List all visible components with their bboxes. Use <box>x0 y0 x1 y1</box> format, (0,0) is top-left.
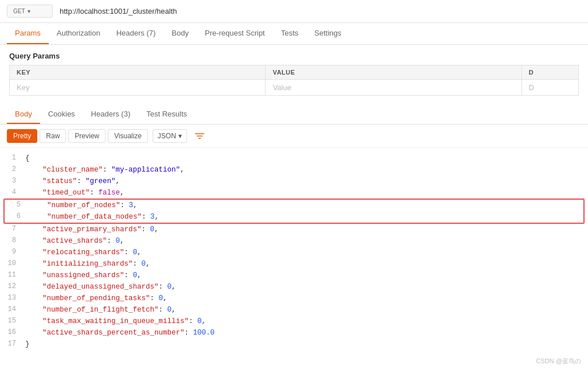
line-num-12: 12 <box>5 281 25 292</box>
json-line-1: 1 { <box>0 153 588 164</box>
json-content-4: "timed_out": false, <box>25 187 583 199</box>
json-line-5: 5 "number_of_nodes": 3, <box>5 200 583 211</box>
format-visualize[interactable]: Visualize <box>108 129 148 143</box>
tab-tests[interactable]: Tests <box>273 23 306 44</box>
d-cell: D <box>521 80 578 96</box>
line-num-5: 5 <box>9 200 30 211</box>
json-content-15: "task_max_waiting_in_queue_millis": 0, <box>25 316 583 327</box>
tab-settings[interactable]: Settings <box>306 23 349 44</box>
tab-pre-request[interactable]: Pre-request Script <box>197 23 273 44</box>
json-line-9: 9 "relocating_shards": 0, <box>0 247 588 258</box>
line-num-17: 17 <box>5 339 25 349</box>
tab-headers[interactable]: Headers (7) <box>108 23 164 44</box>
json-line-11: 11 "unassigned_shards": 0, <box>0 270 588 281</box>
method-arrow: ▾ <box>28 8 30 14</box>
line-num-15: 15 <box>5 316 25 327</box>
key-cell[interactable]: Key <box>10 80 266 96</box>
json-content-17: } <box>25 339 583 350</box>
method-select[interactable]: GET ▾ <box>7 5 53 18</box>
json-line-2: 2 "cluster_name": "my-application", <box>0 164 588 176</box>
line-num-8: 8 <box>5 235 25 246</box>
url-bar: GET ▾ <box>0 0 588 23</box>
json-content-14: "number_of_in_flight_fetch": 0, <box>25 304 583 316</box>
line-num-2: 2 <box>5 164 25 175</box>
json-line-17: 17 } <box>0 339 588 350</box>
json-line-10: 10 "initializing_shards": 0, <box>0 258 588 270</box>
response-tabs-bar: Body Cookies Headers (3) Test Results <box>0 105 588 125</box>
tab-params[interactable]: Params <box>7 23 49 44</box>
line-num-16: 16 <box>5 327 25 338</box>
highlighted-block: 5 "number_of_nodes": 3, 6 "number_of_dat… <box>3 199 585 224</box>
params-section: Query Params KEY VALUE D Key Value D <box>0 45 588 96</box>
params-table: KEY VALUE D Key Value D <box>9 65 579 96</box>
table-row: Key Value D <box>10 80 579 96</box>
format-raw[interactable]: Raw <box>40 129 66 143</box>
json-content-6: "number_of_data_nodes": 3, <box>30 211 579 223</box>
request-tabs-bar: Params Authorization Headers (7) Body Pr… <box>0 23 588 45</box>
json-content-12: "delayed_unassigned_shards": 0, <box>25 281 583 293</box>
json-content-9: "relocating_shards": 0, <box>25 247 583 258</box>
json-content-5: "number_of_nodes": 3, <box>30 200 579 211</box>
line-num-3: 3 <box>5 176 25 186</box>
json-line-3: 3 "status": "green", <box>0 176 588 187</box>
json-content-2: "cluster_name": "my-application", <box>25 164 583 176</box>
response-tab-test-results[interactable]: Test Results <box>138 105 195 124</box>
tab-body[interactable]: Body <box>163 23 197 44</box>
json-line-7: 7 "active_primary_shards": 0, <box>0 224 588 235</box>
format-preview[interactable]: Preview <box>68 129 106 143</box>
tab-authorization[interactable]: Authorization <box>49 23 108 44</box>
json-format-selector[interactable]: JSON ▾ <box>153 129 187 143</box>
json-content-1: { <box>25 153 583 164</box>
json-line-12: 12 "delayed_unassigned_shards": 0, <box>0 281 588 293</box>
format-bar: Pretty Raw Preview Visualize JSON ▾ <box>0 125 588 148</box>
col-header-key: KEY <box>10 65 266 80</box>
json-line-6: 6 "number_of_data_nodes": 3, <box>5 211 583 223</box>
line-num-1: 1 <box>5 153 25 164</box>
json-content-10: "initializing_shards": 0, <box>25 258 583 270</box>
filter-icon[interactable] <box>194 131 205 141</box>
col-header-d: D <box>521 65 578 80</box>
line-num-4: 4 <box>5 187 25 198</box>
response-tab-body[interactable]: Body <box>7 105 40 124</box>
line-num-10: 10 <box>5 258 25 269</box>
json-arrow-icon: ▾ <box>178 132 182 140</box>
json-viewer: 1 { 2 "cluster_name": "my-application", … <box>0 148 588 355</box>
response-tab-headers[interactable]: Headers (3) <box>83 105 139 124</box>
json-content-7: "active_primary_shards": 0, <box>25 224 583 235</box>
line-num-7: 7 <box>5 224 25 235</box>
key-placeholder: Key <box>17 83 29 92</box>
json-format-label: JSON <box>158 132 176 140</box>
line-num-6: 6 <box>9 211 30 222</box>
watermark: CSDN @蓝鸟の <box>0 355 588 368</box>
value-cell[interactable]: Value <box>266 80 521 96</box>
json-line-15: 15 "task_max_waiting_in_queue_millis": 0… <box>0 316 588 327</box>
method-label: GET <box>13 8 25 14</box>
json-line-13: 13 "number_of_pending_tasks": 0, <box>0 293 588 304</box>
json-line-8: 8 "active_shards": 0, <box>0 235 588 247</box>
line-num-14: 14 <box>5 304 25 315</box>
response-section: Body Cookies Headers (3) Test Results Pr… <box>0 105 588 368</box>
line-num-9: 9 <box>5 247 25 258</box>
line-num-11: 11 <box>5 270 25 281</box>
json-content-11: "unassigned_shards": 0, <box>25 270 583 281</box>
params-title: Query Params <box>9 52 579 60</box>
line-num-13: 13 <box>5 293 25 304</box>
json-content-16: "active_shards_percent_as_number": 100.0 <box>25 327 583 339</box>
value-placeholder: Value <box>272 83 291 92</box>
json-content-13: "number_of_pending_tasks": 0, <box>25 293 583 304</box>
response-tab-cookies[interactable]: Cookies <box>40 105 83 124</box>
url-input[interactable] <box>57 5 581 18</box>
format-pretty[interactable]: Pretty <box>7 129 37 143</box>
d-placeholder: D <box>529 83 534 92</box>
json-content-8: "active_shards": 0, <box>25 235 583 247</box>
json-line-14: 14 "number_of_in_flight_fetch": 0, <box>0 304 588 316</box>
json-line-4: 4 "timed_out": false, <box>0 187 588 199</box>
json-line-16: 16 "active_shards_percent_as_number": 10… <box>0 327 588 339</box>
json-content-3: "status": "green", <box>25 176 583 187</box>
col-header-value: VALUE <box>266 65 521 80</box>
